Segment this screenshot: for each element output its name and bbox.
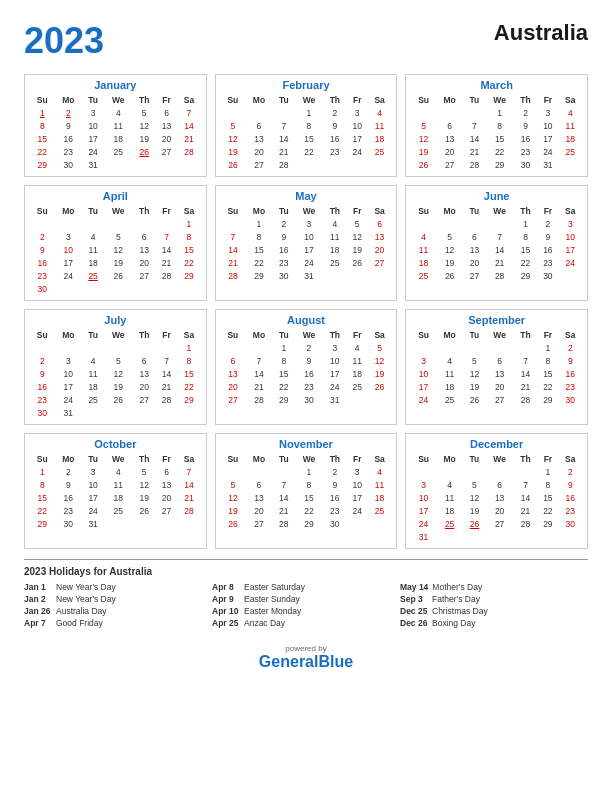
day-header: Sa: [177, 94, 200, 106]
cal-day: 31: [323, 393, 346, 406]
cal-day: 27: [436, 158, 464, 171]
cal-day: 7: [485, 230, 513, 243]
cal-day: 14: [177, 478, 200, 491]
cal-day: 17: [82, 132, 104, 145]
cal-day: 3: [82, 465, 104, 478]
cal-day: 28: [273, 517, 295, 530]
month-block: SeptemberSuMoTuWeThFrSa12345678910111213…: [405, 309, 588, 425]
cal-day: 15: [295, 132, 323, 145]
cal-day: 20: [132, 380, 155, 393]
cal-day: [485, 341, 513, 354]
cal-day: 29: [245, 269, 273, 282]
cal-day: 14: [177, 119, 200, 132]
cal-day: [411, 106, 435, 119]
cal-day: 30: [323, 517, 346, 530]
cal-day: 6: [485, 354, 513, 367]
cal-day: 11: [104, 119, 132, 132]
day-header: We: [485, 94, 513, 106]
cal-day: [104, 341, 132, 354]
cal-day: 9: [559, 354, 582, 367]
cal-day: 30: [30, 282, 54, 295]
day-header: Mo: [54, 453, 82, 465]
cal-day: 23: [514, 145, 537, 158]
cal-day: [221, 465, 245, 478]
cal-day: 18: [368, 132, 391, 145]
cal-day: 21: [463, 145, 485, 158]
cal-day: 1: [514, 217, 537, 230]
day-header: Fr: [537, 94, 558, 106]
day-header: We: [295, 329, 323, 341]
holiday-date: Dec 26: [400, 618, 428, 628]
cal-day: 22: [177, 380, 200, 393]
cal-day: 14: [273, 132, 295, 145]
cal-day: [463, 465, 485, 478]
day-header: Tu: [463, 205, 485, 217]
cal-day: 17: [537, 132, 558, 145]
month-name: July: [30, 314, 201, 326]
holiday-date: Jan 26: [24, 606, 52, 616]
cal-day: [104, 158, 132, 171]
cal-day: 23: [54, 145, 82, 158]
day-header: Fr: [347, 329, 368, 341]
cal-day: 21: [273, 145, 295, 158]
month-block: JulySuMoTuWeThFrSa1234567891011121314151…: [24, 309, 207, 425]
brand-general: General: [259, 653, 319, 670]
day-header: Sa: [177, 453, 200, 465]
cal-day: 6: [245, 478, 273, 491]
cal-day: 13: [245, 491, 273, 504]
cal-day: 11: [323, 230, 346, 243]
cal-day: 4: [368, 465, 391, 478]
holiday-name: Easter Monday: [244, 606, 301, 616]
cal-day: 8: [245, 230, 273, 243]
cal-day: 15: [30, 491, 54, 504]
day-header: We: [104, 329, 132, 341]
cal-day: 27: [463, 269, 485, 282]
day-header: We: [104, 205, 132, 217]
cal-day: 20: [245, 504, 273, 517]
cal-day: 18: [104, 491, 132, 504]
cal-day: [485, 530, 513, 543]
holiday-item: Sep 3Father's Day: [400, 594, 588, 604]
cal-day: [54, 282, 82, 295]
month-name: November: [221, 438, 392, 450]
cal-day: 7: [177, 106, 200, 119]
day-header: Mo: [245, 453, 273, 465]
cal-day: 17: [54, 380, 82, 393]
cal-day: 14: [514, 367, 537, 380]
cal-day: 28: [273, 158, 295, 171]
cal-table: SuMoTuWeThFrSa12345678910111213141516171…: [221, 329, 392, 406]
cal-day: 30: [559, 393, 582, 406]
cal-day: 1: [537, 465, 558, 478]
cal-day: 8: [295, 478, 323, 491]
cal-day: 4: [82, 230, 104, 243]
cal-day: 24: [54, 393, 82, 406]
day-header: Tu: [463, 94, 485, 106]
cal-day: [177, 406, 200, 419]
day-header: Tu: [82, 329, 104, 341]
holidays-title: 2023 Holidays for Australia: [24, 566, 588, 577]
cal-day: 22: [295, 145, 323, 158]
cal-day: 19: [132, 132, 155, 145]
cal-day: 2: [295, 341, 323, 354]
cal-day: 5: [132, 106, 155, 119]
cal-day: 25: [368, 504, 391, 517]
month-name: December: [411, 438, 582, 450]
cal-day: 14: [514, 491, 537, 504]
cal-day: 20: [436, 145, 464, 158]
cal-day: 25: [411, 269, 435, 282]
cal-day: 24: [54, 269, 82, 282]
cal-day: 3: [347, 106, 368, 119]
cal-day: 8: [514, 230, 537, 243]
day-header: Tu: [273, 205, 295, 217]
cal-day: 27: [485, 517, 513, 530]
cal-day: 21: [485, 256, 513, 269]
cal-day: [221, 341, 245, 354]
cal-day: 7: [273, 478, 295, 491]
cal-day: 28: [514, 393, 537, 406]
month-name: September: [411, 314, 582, 326]
cal-day: 27: [368, 256, 391, 269]
cal-day: 6: [368, 217, 391, 230]
cal-day: [368, 517, 391, 530]
cal-day: 28: [514, 517, 537, 530]
cal-day: [156, 341, 177, 354]
